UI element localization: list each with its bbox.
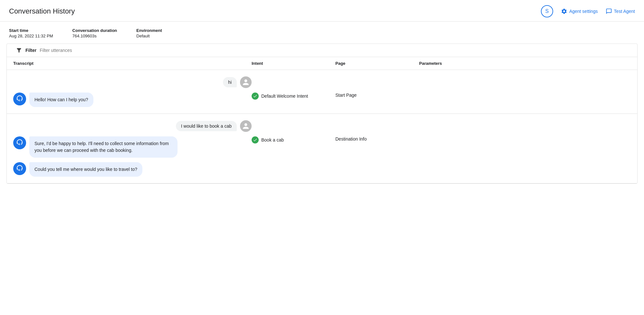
transcript-col-2: I would like to book a cab Sure, I'd be … bbox=[13, 120, 252, 177]
duration-value: 764.109603s bbox=[72, 34, 117, 38]
checkmark-icon bbox=[253, 138, 257, 142]
user-bubble-1: hi bbox=[223, 77, 237, 87]
user-avatar-1 bbox=[240, 76, 252, 88]
agent-settings-link[interactable]: Agent settings bbox=[561, 8, 598, 15]
agent-avatar-2b bbox=[13, 162, 26, 175]
intent-text-1: Default Welcome Intent bbox=[261, 94, 308, 99]
main-table-wrapper: Filter Transcript Intent Page Parameters… bbox=[6, 44, 638, 184]
agent-bubble-1: Hello! How can I help you? bbox=[29, 93, 93, 107]
headset-icon bbox=[16, 139, 24, 147]
agent-message-row-2b: Could you tell me where would you like t… bbox=[13, 162, 252, 177]
checkmark-icon bbox=[253, 94, 257, 98]
person-icon bbox=[242, 123, 249, 130]
meta-bar: Start time Aug 28, 2022 11:32 PM Convers… bbox=[0, 22, 644, 44]
intent-text-2: Book a cab bbox=[261, 137, 284, 143]
duration-label: Conversation duration bbox=[72, 28, 117, 33]
test-agent-label: Test Agent bbox=[614, 9, 635, 14]
start-time-value: Aug 28, 2022 11:32 PM bbox=[9, 34, 53, 38]
environment-label: Environment bbox=[136, 28, 162, 33]
col-intent: Intent bbox=[252, 61, 335, 66]
test-agent-link[interactable]: Test Agent bbox=[606, 8, 635, 15]
start-time-label: Start time bbox=[9, 28, 53, 33]
col-page: Page bbox=[335, 61, 419, 66]
col-transcript: Transcript bbox=[13, 61, 252, 66]
transcript-col-1: hi Hello! How can I help you? bbox=[13, 76, 252, 107]
agent-message-row-2a: Sure, I'd be happy to help. I'll need to… bbox=[13, 136, 252, 158]
header-actions: S Agent settings Test Agent bbox=[541, 5, 635, 17]
headset-icon bbox=[16, 165, 24, 172]
page-col-1: Start Page bbox=[335, 76, 419, 98]
environment-item: Environment Default bbox=[136, 28, 162, 38]
start-time-item: Start time Aug 28, 2022 11:32 PM bbox=[9, 28, 53, 38]
check-icon-1 bbox=[252, 93, 259, 100]
check-icon-2 bbox=[252, 136, 259, 143]
page-header: Conversation History S Agent settings Te… bbox=[0, 0, 644, 22]
col-parameters: Parameters bbox=[419, 61, 631, 66]
chat-icon bbox=[606, 8, 612, 15]
user-message-row-1: hi bbox=[13, 76, 252, 88]
agent-bubble-2b: Could you tell me where would you like t… bbox=[29, 162, 142, 177]
agent-avatar-1 bbox=[13, 93, 26, 105]
environment-value: Default bbox=[136, 34, 162, 38]
user-bubble-2: I would like to book a cab bbox=[176, 121, 237, 131]
page-title: Conversation History bbox=[9, 7, 75, 15]
duration-item: Conversation duration 764.109603s bbox=[72, 28, 117, 38]
table-row: hi Hello! How can I help you? bbox=[7, 70, 637, 114]
agent-settings-label: Agent settings bbox=[569, 9, 598, 14]
page-col-2: Destination Info bbox=[335, 120, 419, 142]
params-col-2 bbox=[419, 120, 631, 136]
table-row: I would like to book a cab Sure, I'd be … bbox=[7, 114, 637, 183]
params-col-1 bbox=[419, 76, 631, 93]
agent-avatar-2a bbox=[13, 136, 26, 149]
headset-icon bbox=[16, 95, 24, 103]
agent-message-row-1: Hello! How can I help you? bbox=[13, 93, 252, 107]
user-message-row-2: I would like to book a cab bbox=[13, 120, 252, 132]
user-avatar-2 bbox=[240, 120, 252, 132]
table-header: Transcript Intent Page Parameters bbox=[7, 57, 637, 70]
avatar: S bbox=[541, 5, 553, 17]
agent-bubble-2a: Sure, I'd be happy to help. I'll need to… bbox=[29, 136, 178, 158]
gear-icon bbox=[561, 8, 567, 15]
filter-icon bbox=[16, 47, 22, 54]
intent-col-2: Book a cab bbox=[252, 120, 335, 143]
filter-bar: Filter bbox=[7, 44, 637, 57]
filter-input[interactable] bbox=[40, 48, 136, 53]
intent-col-1: Default Welcome Intent bbox=[252, 76, 335, 100]
person-icon bbox=[242, 79, 249, 86]
filter-label: Filter bbox=[25, 48, 36, 53]
